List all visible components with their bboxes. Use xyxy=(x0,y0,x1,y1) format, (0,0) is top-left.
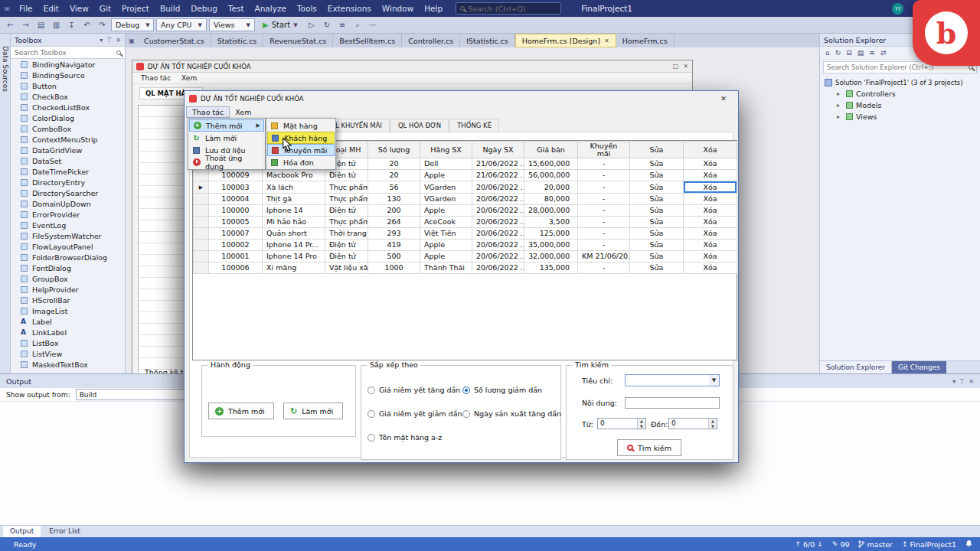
menu-item-th-m-m-i[interactable]: +Thêm mới▶ xyxy=(189,119,264,132)
toolbox-search[interactable] xyxy=(11,47,125,59)
toolbox-item-checkedlistbox[interactable]: CheckedListBox xyxy=(11,102,125,112)
cell-lo-i-mh[interactable]: Thực phẩm xyxy=(325,217,368,228)
delete-button[interactable]: Xóa xyxy=(684,205,737,217)
toolbox-item-helpprovider[interactable]: HelpProvider xyxy=(11,284,125,295)
edit-button[interactable]: Sửa xyxy=(630,262,684,274)
delete-button[interactable]: Xóa xyxy=(684,170,737,181)
edit-button[interactable]: Sửa xyxy=(630,205,684,217)
toolbox-item-label[interactable]: ALabel xyxy=(11,316,125,327)
cell-m-mh[interactable]: 100007 xyxy=(209,228,263,240)
search-button[interactable]: Tìm kiếm xyxy=(617,439,681,456)
toolbox-item-contextmenustrip[interactable]: ContextMenuStrip xyxy=(11,134,125,145)
sort-option-s-l-ng-gi-m-d-n[interactable]: Số lượng giảm dần xyxy=(462,386,542,394)
close-icon[interactable]: ✕ xyxy=(969,378,974,385)
submenu-item-kh-ch-h-ng[interactable]: Khách hàng xyxy=(267,132,335,144)
toolbox-item-listview[interactable]: ListView xyxy=(11,348,125,359)
cell-lo-i-mh[interactable]: Điện tử xyxy=(325,170,368,181)
open-file-icon[interactable]: ▥ xyxy=(50,21,63,29)
menu-help[interactable]: Help xyxy=(419,2,448,15)
collapse-all-icon[interactable]: ⊟ xyxy=(846,49,852,57)
error-warning-counter[interactable]: ↑ 6/0 ↓ xyxy=(795,540,822,549)
output-source-dropdown[interactable]: Build ▼ xyxy=(76,389,198,400)
cell-khuy-n-m-i[interactable]: - xyxy=(578,158,630,170)
toolbox-item-fontdialog[interactable]: FontDialog xyxy=(11,262,125,273)
toolbox-item-checkbox[interactable]: CheckBox xyxy=(11,91,125,102)
cell-khuy-n-m-i[interactable]: KM 21/06/20... xyxy=(578,251,630,262)
pin-icon[interactable]: ⊤ xyxy=(959,378,965,385)
close-icon[interactable]: ✕ xyxy=(683,63,688,70)
close-icon[interactable]: ✕ xyxy=(714,95,733,103)
cell-t-n-mh[interactable]: Xi măng xyxy=(263,262,325,274)
toolbox-item-directoryentry[interactable]: DirectoryEntry xyxy=(11,177,125,187)
toolbox-item-groupbox[interactable]: GroupBox xyxy=(11,273,125,284)
dialog-tab-th-ng-k[interactable]: THỐNG KÊ xyxy=(449,119,499,132)
chevron-down-icon[interactable]: ▾ xyxy=(952,378,956,385)
more-tools-icon[interactable]: ⋯ xyxy=(367,21,380,29)
submenu-item-m-t-h-ng[interactable]: Mặt hàng xyxy=(267,119,335,132)
cell-lo-i-mh[interactable]: Điện tử xyxy=(325,205,368,217)
config-dropdown[interactable]: Debug▼ xyxy=(111,18,154,31)
pending-changes[interactable]: ✎ 99 xyxy=(832,540,850,549)
cell-s-l-ng[interactable]: 56 xyxy=(368,181,420,194)
properties-icon[interactable]: ≡ xyxy=(869,49,875,57)
toolbox-item-bindingsource[interactable]: BindingSource xyxy=(11,70,125,80)
cell-s-l-ng[interactable]: 500 xyxy=(368,251,420,262)
cell-s-l-ng[interactable]: 20 xyxy=(368,170,420,181)
column-header-ng-y-sx[interactable]: Ngày SX xyxy=(472,142,524,158)
toolbox-item-domainupdown[interactable]: DomainUpDown xyxy=(11,198,125,209)
forward-icon[interactable]: → xyxy=(19,21,32,29)
cell-lo-i-mh[interactable]: Thực phẩm xyxy=(325,194,368,205)
edit-button[interactable]: Sửa xyxy=(630,217,684,228)
cell-m-mh[interactable]: 100003 xyxy=(209,181,263,194)
edit-button[interactable]: Sửa xyxy=(630,158,684,170)
cell-t-n-mh[interactable]: Iphone 14 xyxy=(263,205,325,217)
toolbox-item-imagelist[interactable]: ImageList xyxy=(11,305,125,316)
cell-t-n-mh[interactable]: Iphone 14 Pr... xyxy=(263,240,325,251)
tab-output[interactable]: Output xyxy=(3,526,41,537)
menu-tools[interactable]: Tools xyxy=(292,2,322,15)
cell-h-ng-sx[interactable]: Dell xyxy=(420,158,472,170)
undo-icon[interactable]: ↶ xyxy=(80,21,93,29)
platform-dropdown[interactable]: Any CPU▼ xyxy=(156,18,207,31)
row-selector[interactable] xyxy=(194,217,209,228)
cell-m-mh[interactable]: 100005 xyxy=(209,217,263,228)
doc-tab-istatistic-cs[interactable]: IStatistic.cs xyxy=(460,34,514,47)
column-header-x-a[interactable]: Xóa xyxy=(684,142,737,158)
edit-button[interactable]: Sửa xyxy=(630,228,684,240)
menu-xem[interactable]: Xem xyxy=(177,74,201,82)
tab-solution-explorer[interactable]: Solution Explorer xyxy=(820,361,892,373)
toolbox-item-combobox[interactable]: ComboBox xyxy=(11,123,125,134)
menu-thao-tac[interactable]: Thao tác xyxy=(136,74,175,82)
edit-button[interactable]: Sửa xyxy=(630,170,684,181)
account-avatar[interactable]: TT xyxy=(892,3,903,15)
bell-icon[interactable] xyxy=(965,540,972,548)
sync-icon[interactable]: ⇄ xyxy=(880,49,887,57)
menu-test[interactable]: Test xyxy=(223,2,250,15)
cell-h-ng-sx[interactable]: Apple xyxy=(420,205,472,217)
cell-t-n-mh[interactable]: Iphone 14 Pro xyxy=(263,251,325,262)
back-icon[interactable]: ← xyxy=(4,21,17,29)
toolbox-item-folderbrowserdialog[interactable]: FolderBrowserDialog xyxy=(11,252,125,262)
toolbox-item-colordialog[interactable]: ColorDialog xyxy=(11,112,125,123)
cell-h-ng-sx[interactable]: VGarden xyxy=(420,194,472,205)
cell-t-n-mh[interactable]: Xà lách xyxy=(263,181,325,194)
cell-t-n-mh[interactable]: Mì hảo hảo xyxy=(263,217,325,228)
cell-m-mh[interactable]: 100009 xyxy=(209,170,263,181)
start-debug-button[interactable]: ▶ Start ▼ xyxy=(257,21,303,29)
start-without-debug-icon[interactable]: ▷ xyxy=(305,21,318,29)
chevron-down-icon[interactable]: ▾ xyxy=(100,37,103,44)
save-icon[interactable]: ↧ xyxy=(65,21,78,29)
cell-h-ng-sx[interactable]: Thành Thái xyxy=(420,262,472,274)
cell-t-n-mh[interactable]: Macbook Pro xyxy=(263,170,325,181)
cell-ng-y-sx[interactable]: 21/06/2022 ... xyxy=(472,170,524,181)
cell-khuy-n-m-i[interactable]: - xyxy=(578,205,630,217)
doc-tab-revenuestat-cs[interactable]: RevenueStat.cs xyxy=(263,34,333,47)
cell-m-mh[interactable]: 100002 xyxy=(209,240,263,251)
delete-button[interactable]: Xóa xyxy=(684,194,737,205)
close-icon[interactable]: ✕ xyxy=(604,37,609,44)
toolbox-item-hscrollbar[interactable]: HScrollBar xyxy=(11,295,125,305)
delete-button[interactable]: Xóa xyxy=(684,240,737,251)
row-selector[interactable] xyxy=(194,205,209,217)
row-selector[interactable] xyxy=(194,170,209,181)
toolbox-item-listbox[interactable]: ListBox xyxy=(11,337,125,348)
